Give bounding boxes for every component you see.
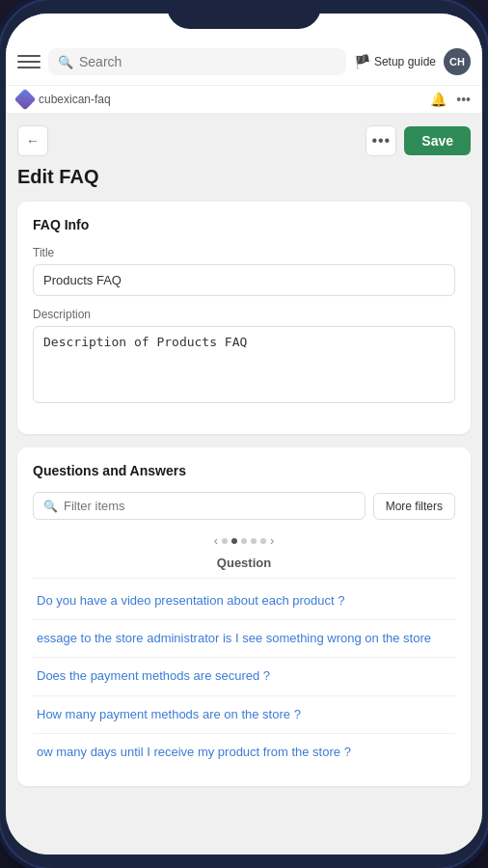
dot-1[interactable] xyxy=(222,538,228,544)
back-button[interactable]: ← xyxy=(17,125,48,156)
save-button[interactable]: Save xyxy=(404,126,471,155)
search-box[interactable]: 🔍 xyxy=(48,48,346,75)
more-filters-button[interactable]: More filters xyxy=(373,493,455,520)
next-page-icon[interactable]: › xyxy=(270,533,274,548)
content-area: ← ••• Save Edit FAQ FAQ Info Title Descr… xyxy=(6,114,482,854)
search-icon: 🔍 xyxy=(58,55,73,69)
title-field-group: Title xyxy=(33,246,455,296)
faq-item[interactable]: essage to the store administrator is I s… xyxy=(33,620,455,658)
faq-info-card: FAQ Info Title Description Description o… xyxy=(17,202,471,434)
title-input[interactable] xyxy=(33,264,455,296)
dot-2[interactable] xyxy=(231,538,237,544)
faq-item[interactable]: Does the payment methods are secured ? xyxy=(33,658,455,695)
description-label: Description xyxy=(33,308,455,321)
pagination-dots xyxy=(222,538,266,544)
page-title: Edit FAQ xyxy=(17,166,471,188)
sub-nav-more-icon[interactable]: ••• xyxy=(456,92,471,107)
dot-3[interactable] xyxy=(241,538,247,544)
phone-screen: 🔍 🏴 Setup guide CH cubexican-faq 🔔 xyxy=(6,14,482,854)
more-options-button[interactable]: ••• xyxy=(366,125,396,156)
prev-page-icon[interactable]: ‹ xyxy=(214,533,218,548)
filter-search[interactable]: 🔍 xyxy=(33,492,366,520)
faq-item[interactable]: ow many days until I receive my product … xyxy=(33,734,455,771)
question-column-header: Question xyxy=(33,556,455,579)
filter-row: 🔍 More filters xyxy=(33,492,455,520)
faq-list: Do you have a video presentation about e… xyxy=(33,583,455,771)
toolbar-right: ••• Save xyxy=(366,125,471,156)
qa-section-title: Questions and Answers xyxy=(33,463,455,478)
setup-guide[interactable]: 🏴 Setup guide xyxy=(354,54,436,69)
bell-icon[interactable]: 🔔 xyxy=(430,92,447,107)
menu-icon[interactable] xyxy=(17,50,41,73)
top-right: 🏴 Setup guide CH xyxy=(354,48,471,75)
sub-nav-right: 🔔 ••• xyxy=(430,92,471,107)
pagination-row: ‹ › xyxy=(33,533,455,548)
setup-guide-label: Setup guide xyxy=(374,55,436,68)
phone-shell: 🔍 🏴 Setup guide CH cubexican-faq 🔔 xyxy=(0,0,488,868)
faq-info-title: FAQ Info xyxy=(33,217,455,232)
app-icon xyxy=(14,89,37,111)
description-textarea[interactable]: Description of Products FAQ xyxy=(33,326,455,403)
search-input[interactable] xyxy=(79,54,337,69)
avatar: CH xyxy=(444,48,471,75)
dot-4[interactable] xyxy=(251,538,257,544)
title-label: Title xyxy=(33,246,455,259)
qa-card: Questions and Answers 🔍 More filters ‹ xyxy=(17,448,471,786)
faq-item[interactable]: Do you have a video presentation about e… xyxy=(33,583,455,620)
faq-item[interactable]: How many payment methods are on the stor… xyxy=(33,696,455,734)
filter-input[interactable] xyxy=(64,499,355,513)
phone-notch xyxy=(167,0,321,29)
filter-search-icon: 🔍 xyxy=(43,500,58,513)
flag-icon: 🏴 xyxy=(354,54,370,69)
app-name: cubexican-faq xyxy=(39,93,111,106)
sub-nav-left: cubexican-faq xyxy=(17,92,111,107)
sub-nav: cubexican-faq 🔔 ••• xyxy=(6,86,482,114)
dot-5[interactable] xyxy=(260,538,266,544)
toolbar: ← ••• Save xyxy=(17,125,471,156)
description-field-group: Description Description of Products FAQ xyxy=(33,308,455,407)
